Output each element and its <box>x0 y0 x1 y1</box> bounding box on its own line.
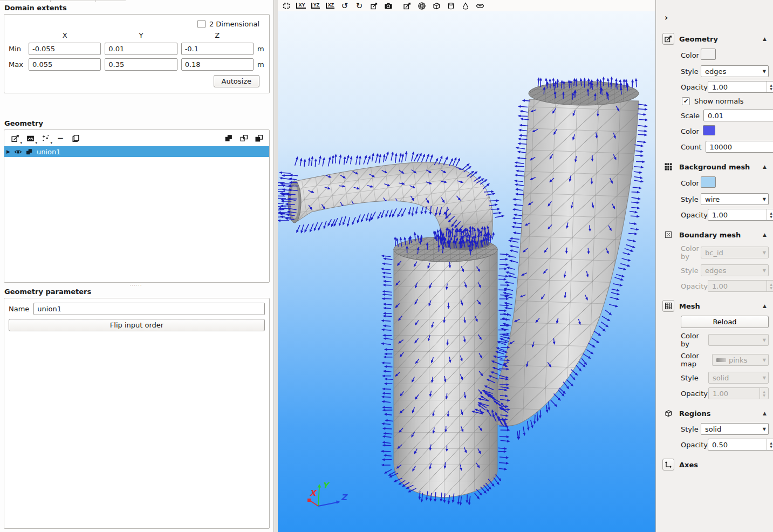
axes-section-icon[interactable] <box>662 459 674 470</box>
spinner-arrows-icon[interactable]: ▲▼ <box>767 81 773 92</box>
remove-item-button[interactable]: − <box>54 133 66 144</box>
show-normals-checkbox[interactable]: ✔ <box>682 97 690 105</box>
geometry-toolbar: − <box>4 131 269 145</box>
spinner-arrows-icon[interactable]: ▲▼ <box>767 209 773 220</box>
add-geometry-tool-button[interactable] <box>9 133 21 144</box>
geometry-style-dropdown[interactable]: edges ▼ <box>701 65 769 77</box>
min-y-input[interactable] <box>105 43 177 55</box>
add-box-button[interactable] <box>432 1 441 11</box>
add-surface-tool-button[interactable] <box>24 133 36 144</box>
section-header-mesh[interactable]: Mesh ▲ <box>662 300 769 312</box>
flip-input-order-button[interactable]: Flip input order <box>9 319 265 331</box>
add-disc-button[interactable] <box>475 1 485 11</box>
regions-opacity-label: Opacity <box>681 441 708 449</box>
boolean-intersection-button[interactable] <box>238 133 250 144</box>
screenshot-button[interactable] <box>384 1 393 11</box>
rotate-ccw-button[interactable]: ↺ <box>340 1 350 11</box>
boundary-mesh-section-icon <box>662 229 674 241</box>
import-geometry-icon <box>11 134 20 143</box>
viewport-canvas[interactable]: Y Z X <box>278 11 655 532</box>
disc-icon <box>476 2 484 10</box>
regions-style-value: solid <box>705 425 763 433</box>
normals-count-input[interactable] <box>706 141 773 153</box>
visibility-eye-icon[interactable] <box>14 148 22 156</box>
max-y-input[interactable] <box>105 58 177 71</box>
geometry-style-label: Style <box>681 67 701 76</box>
check-icon: ✔ <box>683 98 688 104</box>
view-xz-button[interactable]: XZ <box>325 1 335 11</box>
rotate-cw-button[interactable]: ↻ <box>354 1 364 11</box>
background-color-label: Color <box>681 179 701 187</box>
collapse-arrow-icon[interactable]: ▲ <box>763 232 767 237</box>
section-header-geometry[interactable]: Geometry ▲ <box>662 33 769 45</box>
mesh-color-map-label: Color map <box>681 352 712 368</box>
spinner-arrows-icon[interactable]: ▲▼ <box>767 439 773 450</box>
geometry-opacity-spinner[interactable]: ▲▼ <box>708 81 773 93</box>
horizontal-splitter[interactable]: ······ <box>0 283 272 288</box>
view-yz-button[interactable]: YZ <box>311 1 320 11</box>
max-z-input[interactable] <box>181 58 254 71</box>
reload-mesh-button[interactable]: Reload <box>681 316 769 328</box>
background-style-dropdown[interactable]: wire ▼ <box>701 193 769 205</box>
min-z-input[interactable] <box>181 43 254 55</box>
mesh-color-by-label: Color by <box>681 332 708 348</box>
background-opacity-spinner[interactable]: ▲▼ <box>708 209 773 221</box>
add-cone-button[interactable] <box>461 1 470 11</box>
boundary-mesh-section-title: Boundary mesh <box>679 231 758 239</box>
background-color-swatch[interactable] <box>701 176 716 188</box>
cone-icon <box>461 2 470 10</box>
axes-section-title: Axes <box>679 461 769 469</box>
section-header-boundary-mesh[interactable]: Boundary mesh ▲ <box>662 229 769 241</box>
yz-view-icon: YZ <box>311 3 320 9</box>
import-geometry-button[interactable] <box>402 1 412 11</box>
boolean-difference-button[interactable] <box>253 133 265 144</box>
reset-view-button[interactable] <box>369 1 379 11</box>
add-sphere-button[interactable] <box>417 1 427 11</box>
show-normals-label: Show normals <box>694 97 744 105</box>
geometry-section-icon[interactable] <box>662 33 674 45</box>
panel-splitter[interactable] <box>274 0 278 532</box>
section-header-axes[interactable]: Axes <box>662 459 769 470</box>
background-opacity-input[interactable] <box>708 211 765 219</box>
geometry-color-swatch[interactable] <box>701 49 716 60</box>
autosize-button[interactable]: Autosize <box>214 75 259 87</box>
boolean-union-button[interactable] <box>223 133 235 144</box>
section-header-background-mesh[interactable]: Background mesh ▲ <box>662 161 769 173</box>
regions-style-dropdown[interactable]: solid ▼ <box>701 423 769 435</box>
geometry-list-item[interactable]: ▶ union1 <box>4 146 269 157</box>
normals-scale-label: Scale <box>681 112 700 120</box>
duplicate-item-button[interactable] <box>70 133 81 144</box>
fit-view-button[interactable] <box>282 1 291 11</box>
collapse-arrow-icon[interactable]: ▲ <box>763 411 767 416</box>
mesh-render: Y Z X <box>278 11 655 532</box>
section-header-regions[interactable]: Regions ▲ <box>662 407 769 419</box>
regions-opacity-spinner[interactable]: ▲▼ <box>708 439 773 451</box>
max-x-input[interactable] <box>29 58 101 71</box>
mesh-section-icon[interactable] <box>662 300 674 312</box>
normals-scale-input[interactable] <box>703 110 773 121</box>
geometry-opacity-input[interactable] <box>708 83 765 91</box>
caret-down-icon: ▼ <box>763 427 766 432</box>
two-dimensional-checkbox[interactable] <box>197 20 206 28</box>
geometry-section-title: Geometry <box>679 35 758 43</box>
spinner-arrows-icon: ▲▼ <box>760 388 768 399</box>
cylinder-icon <box>447 2 455 10</box>
collapse-arrow-icon[interactable]: ▲ <box>763 303 767 309</box>
difference-icon <box>255 134 264 143</box>
view-xy-button[interactable]: XY <box>296 1 306 11</box>
collapse-arrow-icon[interactable]: ▲ <box>763 164 767 169</box>
wizard-tool-button[interactable] <box>39 133 51 144</box>
column-x-label: X <box>29 31 101 39</box>
min-x-input[interactable] <box>29 43 101 55</box>
union-icon <box>224 134 234 143</box>
boundary-color-by-value: bc_id <box>705 249 763 257</box>
geometry-name-input[interactable] <box>33 303 265 315</box>
add-cylinder-button[interactable] <box>446 1 456 11</box>
normals-color-swatch[interactable] <box>703 125 715 135</box>
name-label: Name <box>9 305 29 313</box>
collapse-panel-chevron[interactable]: › <box>665 13 668 23</box>
column-y-label: Y <box>105 31 177 39</box>
collapse-arrow-icon[interactable]: ▲ <box>763 36 767 42</box>
regions-opacity-input[interactable] <box>708 441 765 449</box>
expander-icon[interactable]: ▶ <box>6 149 11 154</box>
